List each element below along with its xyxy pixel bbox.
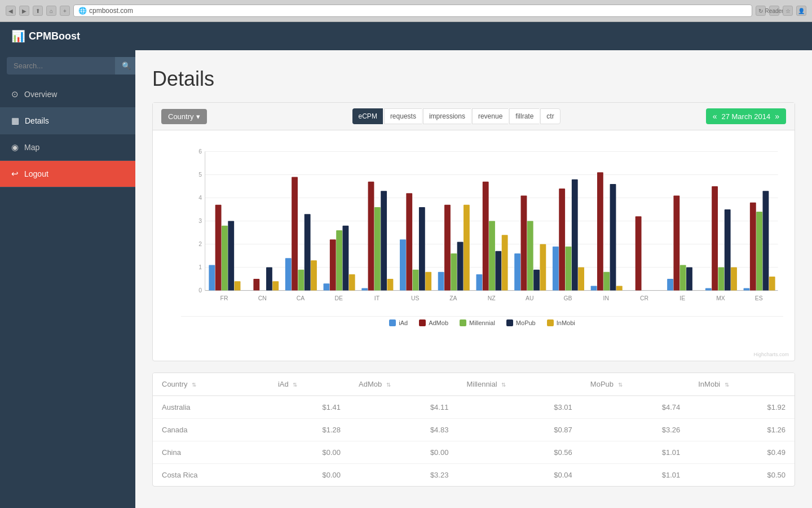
- cell-millennial: $0.04: [457, 464, 581, 487]
- svg-rect-80: [705, 288, 712, 291]
- share-button[interactable]: ⬆: [33, 6, 43, 16]
- back-button[interactable]: ◀: [6, 6, 16, 16]
- svg-rect-86: [750, 203, 756, 291]
- page-title: Details: [152, 67, 795, 91]
- sidebar-item-overview[interactable]: ⊙ Overview: [0, 81, 135, 108]
- svg-text:GB: GB: [564, 295, 572, 301]
- metric-ctr[interactable]: ctr: [540, 108, 560, 124]
- cell-inmobi: $0.49: [689, 441, 795, 464]
- forward-button[interactable]: ▶: [19, 6, 29, 16]
- cell-millennial: $0.87: [457, 419, 581, 441]
- svg-rect-36: [368, 182, 374, 291]
- svg-rect-78: [686, 268, 692, 291]
- cell-iad: $0.00: [269, 464, 350, 487]
- svg-rect-19: [235, 281, 241, 290]
- cell-country: Costa Rica: [153, 464, 269, 487]
- search-button[interactable]: 🔍: [115, 57, 138, 75]
- svg-rect-42: [413, 270, 419, 291]
- cell-mopub: $3.26: [581, 419, 689, 441]
- cell-iad: $0.00: [269, 441, 350, 464]
- bar-chart-svg: 0123456 FRCNCADEITUSZANZAUGBINCRIEMXES: [181, 142, 783, 311]
- search-input[interactable]: [7, 57, 115, 75]
- svg-rect-58: [533, 270, 540, 291]
- svg-rect-75: [667, 279, 673, 291]
- address-bar[interactable]: 🌐 cpmboost.com: [73, 5, 752, 17]
- svg-rect-31: [330, 239, 336, 290]
- svg-rect-32: [336, 230, 342, 291]
- reader-button[interactable]: Reader: [769, 6, 779, 16]
- sort-icon-iad: ⇅: [293, 382, 297, 388]
- svg-text:MX: MX: [716, 295, 725, 301]
- sort-icon-millennial: ⇅: [501, 382, 506, 388]
- metric-revenue[interactable]: revenue: [472, 108, 508, 124]
- col-inmobi[interactable]: InMobi ⇅: [689, 373, 795, 396]
- col-millennial[interactable]: Millennial ⇅: [457, 373, 581, 396]
- svg-rect-24: [272, 281, 279, 290]
- svg-text:IE: IE: [679, 295, 685, 301]
- metric-requests[interactable]: requests: [384, 108, 422, 124]
- refresh-button[interactable]: ↻: [756, 6, 766, 16]
- svg-rect-87: [756, 212, 762, 290]
- cell-iad: $1.41: [269, 396, 350, 419]
- sidebar: 🔍 ⊙ Overview ▦ Details ◉ Map ↩ Logout: [0, 50, 135, 508]
- table-row: Costa Rica $0.00 $3.23 $0.04 $1.01 $0.50: [153, 464, 795, 487]
- sort-icon-admob: ⇅: [386, 382, 391, 388]
- svg-text:CN: CN: [258, 295, 267, 301]
- cell-admob: $3.23: [350, 464, 457, 487]
- svg-rect-46: [444, 205, 451, 291]
- col-country[interactable]: Country ⇅: [153, 373, 269, 396]
- overview-icon: ⊙: [11, 89, 19, 99]
- svg-text:AU: AU: [526, 295, 533, 301]
- svg-rect-60: [553, 247, 559, 291]
- svg-rect-18: [228, 221, 234, 291]
- svg-rect-67: [603, 272, 610, 291]
- cell-mopub: $1.01: [581, 441, 689, 464]
- svg-rect-45: [438, 272, 444, 291]
- svg-text:IT: IT: [374, 295, 380, 301]
- chart-toolbar: Country ▾ eCPM requests impressions reve…: [153, 103, 795, 130]
- svg-rect-61: [559, 189, 565, 291]
- sidebar-label-map: Map: [24, 143, 39, 152]
- svg-rect-48: [457, 242, 464, 290]
- chart-legend: iAdAdMobMillennialMoPubInMobi: [181, 316, 783, 332]
- app-body: 🔍 ⊙ Overview ▦ Details ◉ Map ↩ Logout De…: [0, 50, 812, 508]
- sidebar-item-map[interactable]: ◉ Map: [0, 134, 135, 161]
- new-tab-button[interactable]: +: [60, 6, 70, 16]
- svg-text:CA: CA: [297, 295, 305, 301]
- metric-fillrate[interactable]: fillrate: [509, 108, 539, 124]
- svg-rect-88: [763, 191, 769, 290]
- svg-rect-43: [419, 207, 425, 291]
- legend-item-millennial: Millennial: [460, 319, 495, 326]
- sidebar-item-details[interactable]: ▦ Details: [0, 108, 135, 134]
- logo-icon: 📊: [11, 29, 25, 43]
- table-row: Canada $1.28 $4.83 $0.87 $3.26 $1.26: [153, 419, 795, 441]
- date-nav-button[interactable]: « 27 March 2014 »: [706, 108, 786, 124]
- dropdown-icon: ▾: [196, 112, 200, 121]
- col-mopub[interactable]: MoPub ⇅: [581, 373, 689, 396]
- group-by-button[interactable]: Country ▾: [161, 109, 207, 124]
- home-button[interactable]: ⌂: [46, 6, 56, 16]
- svg-rect-59: [540, 244, 546, 291]
- col-admob[interactable]: AdMob ⇅: [350, 373, 457, 396]
- svg-rect-47: [451, 253, 457, 291]
- col-iad[interactable]: iAd ⇅: [269, 373, 350, 396]
- prev-date-arrow[interactable]: «: [713, 112, 717, 121]
- metric-ecpm[interactable]: eCPM: [352, 108, 383, 124]
- toolbar-center: eCPM requests impressions revenue fillra…: [352, 108, 561, 124]
- bookmark-button[interactable]: ☆: [783, 6, 793, 16]
- svg-rect-28: [304, 214, 311, 290]
- svg-rect-68: [610, 184, 616, 291]
- svg-rect-69: [616, 286, 623, 290]
- chart-credits: Highcharts.com: [153, 351, 795, 361]
- chart-section: Country ▾ eCPM requests impressions reve…: [152, 102, 795, 361]
- metric-impressions[interactable]: impressions: [423, 108, 471, 124]
- cell-mopub: $1.01: [581, 464, 689, 487]
- account-button[interactable]: 👤: [796, 6, 806, 16]
- toolbar-right: « 27 March 2014 »: [706, 108, 786, 124]
- svg-rect-16: [215, 205, 222, 291]
- svg-text:5: 5: [198, 172, 202, 178]
- sidebar-item-logout[interactable]: ↩ Logout: [0, 161, 135, 187]
- sidebar-label-details: Details: [25, 116, 49, 125]
- next-date-arrow[interactable]: »: [775, 112, 779, 121]
- svg-rect-52: [489, 221, 495, 291]
